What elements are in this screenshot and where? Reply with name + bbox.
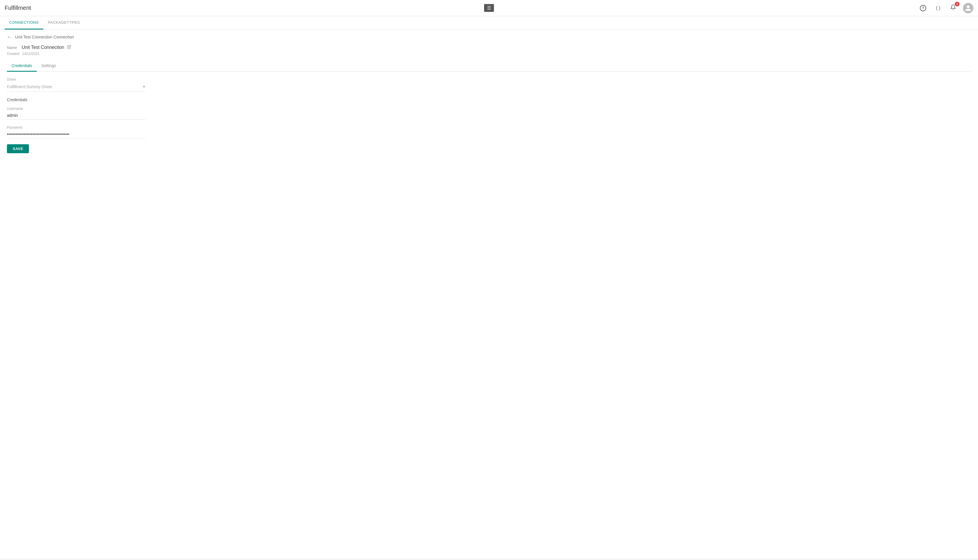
driver-select-wrapper[interactable]: Fulfillment Dummy Driver ▼ [7, 82, 146, 92]
notification-badge: 1 [955, 2, 960, 7]
sub-tabs: Credentials Settings [7, 60, 971, 72]
app-bar-actions: ? ( ) 1 [918, 3, 973, 13]
avatar[interactable] [963, 3, 973, 13]
help-icon: ? [920, 5, 926, 11]
back-icon: ← [7, 34, 12, 40]
name-label: Name [7, 45, 17, 50]
created-label: Created [7, 52, 19, 56]
help-button[interactable]: ? [918, 3, 928, 13]
driver-label: Driver [7, 77, 146, 82]
hamburger-icon: ☰ [487, 5, 491, 11]
code-button[interactable]: ( ) [933, 3, 943, 13]
password-input[interactable] [7, 130, 146, 138]
created-date-value: 14/12/2021 [22, 52, 40, 56]
sub-tab-credentials[interactable]: Credentials [7, 60, 37, 72]
save-button[interactable]: SAVE [7, 144, 29, 153]
password-field: Password [7, 125, 146, 138]
code-icon: ( ) [936, 5, 940, 11]
edit-name-button[interactable] [67, 44, 72, 51]
breadcrumb-text: Unit Test Connection Connection [15, 35, 74, 39]
edit-icon [67, 45, 71, 50]
username-label: Username [7, 107, 146, 111]
credentials-heading: Credentials [7, 97, 146, 102]
tab-connections[interactable]: CONNECTIONS [5, 16, 43, 30]
app-title: Fulfillment [5, 5, 31, 11]
breadcrumb: ← Unit Test Connection Connection [7, 34, 971, 40]
username-field: Username [7, 107, 146, 120]
form-section: Driver Fulfillment Dummy Driver ▼ Creden… [7, 77, 146, 153]
connection-name-value: Unit Test Connection [22, 45, 64, 50]
username-input[interactable] [7, 111, 146, 120]
back-button[interactable]: ← [7, 34, 13, 40]
chevron-down-icon: ▼ [142, 85, 146, 89]
driver-field: Driver Fulfillment Dummy Driver ▼ [7, 77, 146, 92]
sub-tab-settings[interactable]: Settings [37, 60, 61, 72]
tab-packagetypes[interactable]: PACKAGETYPES [43, 16, 85, 30]
hamburger-button[interactable]: ☰ [484, 4, 494, 12]
tabs-bar: CONNECTIONS PACKAGETYPES [0, 16, 978, 30]
connection-name-row: Name Unit Test Connection [7, 44, 971, 51]
notification-wrapper: 1 [948, 3, 958, 13]
page-content: ← Unit Test Connection Connection Name U… [0, 30, 978, 558]
driver-select-value: Fulfillment Dummy Driver [7, 83, 142, 90]
app-bar-center: ☰ [484, 4, 494, 12]
app-bar: Fulfillment ☰ ? ( ) 1 [0, 0, 978, 16]
password-label: Password [7, 125, 146, 130]
created-date: Created 14/12/2021 [7, 52, 971, 56]
